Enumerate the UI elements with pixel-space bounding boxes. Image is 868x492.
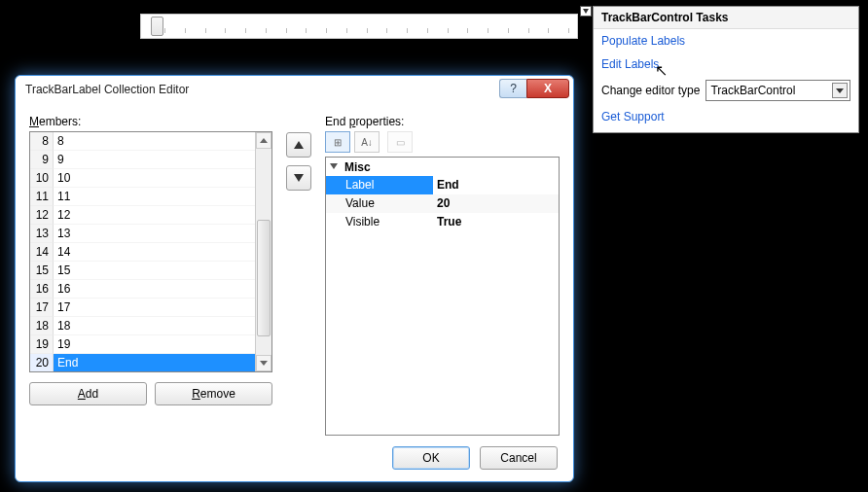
list-item[interactable]: 20End [30, 354, 255, 371]
list-item[interactable]: 1919 [30, 335, 255, 354]
move-up-button[interactable] [286, 132, 311, 158]
members-listbox[interactable]: 8899101011111212131314141515161617171818… [30, 132, 255, 371]
add-button[interactable]: Add [29, 382, 147, 405]
trackbar-ticks [164, 28, 569, 34]
property-row[interactable]: LabelEnd [326, 176, 559, 194]
dialog-title: TrackBarLabel Collection Editor [25, 83, 189, 96]
scroll-up-button[interactable] [256, 132, 271, 149]
editor-type-value: TrackBarControl [710, 84, 795, 97]
list-item[interactable]: 99 [30, 151, 255, 169]
property-grid-toolbar: ⊞ A↓ ▭ [325, 131, 560, 155]
chevron-down-icon[interactable] [832, 83, 848, 98]
list-item[interactable]: 1818 [30, 317, 255, 335]
trackbar-thumb[interactable] [151, 17, 163, 36]
scroll-down-button[interactable] [256, 355, 271, 371]
editor-type-combo[interactable]: TrackBarControl [705, 80, 850, 101]
move-down-button[interactable] [286, 165, 311, 191]
property-row[interactable]: VisibleTrue [326, 213, 559, 231]
list-item[interactable]: 1313 [30, 225, 255, 243]
list-item[interactable]: 1010 [30, 169, 255, 188]
get-support-link[interactable]: Get Support [594, 105, 858, 128]
members-scrollbar[interactable] [255, 132, 271, 371]
property-grid[interactable]: Misc LabelEndValue20VisibleTrue [325, 157, 560, 436]
categorized-button[interactable]: ⊞ [325, 131, 350, 153]
help-button[interactable]: ? [499, 79, 526, 98]
alphabetical-button[interactable]: A↓ [354, 131, 380, 153]
list-item[interactable]: 88 [30, 132, 255, 151]
ok-button[interactable]: OK [392, 446, 470, 470]
dialog-titlebar[interactable]: TrackBarLabel Collection Editor ? X [16, 76, 573, 103]
trackbar-control[interactable] [140, 14, 578, 39]
scroll-thumb[interactable] [257, 220, 271, 336]
smart-tag-glyph-icon[interactable] [580, 6, 592, 17]
remove-button[interactable]: Remove [155, 382, 272, 405]
collection-editor-dialog: TrackBarLabel Collection Editor ? X Memb… [15, 75, 574, 482]
properties-label: End properties: [325, 115, 560, 128]
list-item[interactable]: 1111 [30, 188, 255, 206]
members-label: Members: [29, 115, 272, 128]
list-item[interactable]: 1414 [30, 243, 255, 262]
collapse-icon[interactable] [330, 162, 339, 171]
smart-panel-title: TrackBarControl Tasks [594, 7, 858, 29]
list-item[interactable]: 1717 [30, 299, 255, 317]
property-category[interactable]: Misc [326, 158, 559, 176]
property-pages-button: ▭ [387, 131, 413, 153]
close-button[interactable]: X [526, 79, 569, 98]
edit-labels-link[interactable]: Edit Labels [594, 53, 858, 76]
change-editor-type-label: Change editor type [601, 84, 700, 97]
list-item[interactable]: 1515 [30, 262, 255, 280]
smart-tag-panel: TrackBarControl Tasks Populate Labels Ed… [593, 6, 859, 133]
populate-labels-link[interactable]: Populate Labels [594, 29, 858, 53]
property-row[interactable]: Value20 [326, 194, 559, 213]
list-item[interactable]: 1616 [30, 280, 255, 299]
cancel-button[interactable]: Cancel [480, 446, 558, 470]
list-item[interactable]: 1212 [30, 206, 255, 225]
